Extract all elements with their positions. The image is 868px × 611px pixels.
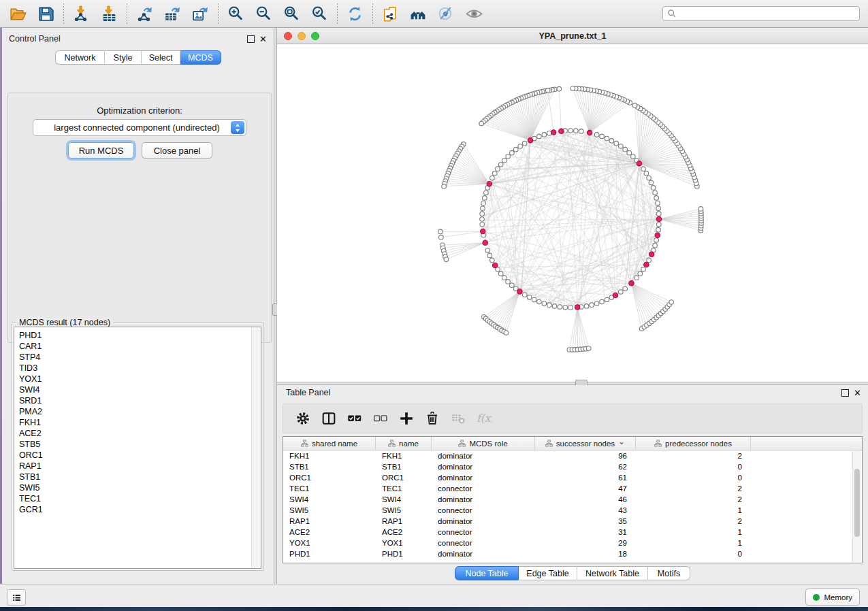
table-row[interactable]: TEC1TEC1connector472 xyxy=(283,483,862,494)
export-table-button[interactable] xyxy=(159,2,187,25)
node-table-scrollbar[interactable] xyxy=(852,451,861,562)
node-table-header: shared namenameMCDS rolesuccessor nodes⌄… xyxy=(283,437,862,450)
tab-network[interactable]: Network xyxy=(55,50,105,65)
zoom-in-button[interactable] xyxy=(222,2,250,25)
network-titlebar[interactable]: YPA_prune.txt_1 xyxy=(277,28,868,44)
export-network-icon xyxy=(135,5,154,23)
main-toolbar-icons xyxy=(4,2,488,25)
table-row[interactable]: YOX1YOX1connector291 xyxy=(283,538,862,548)
search-icon xyxy=(667,9,677,18)
table-row[interactable]: ORC1ORC1dominator610 xyxy=(283,472,862,483)
tab-select[interactable]: Select xyxy=(142,50,180,65)
save-session-button[interactable] xyxy=(32,2,60,25)
optimization-criterion-value: largest connected component (undirected) xyxy=(33,122,229,133)
memory-button[interactable]: Memory xyxy=(805,589,860,606)
share-document-icon xyxy=(381,5,400,23)
mcds-result-items: PHD1 CAR1 STP4 TID3 YOX1 SWI4 SRD1 PMA2 … xyxy=(19,330,43,515)
float-panel-icon[interactable] xyxy=(247,35,255,43)
memory-button-label: Memory xyxy=(824,593,852,601)
close-table-panel-icon[interactable]: ✕ xyxy=(854,390,861,396)
delete-columns-button[interactable] xyxy=(419,406,445,431)
export-network-button[interactable] xyxy=(131,2,159,25)
toolbar-separator xyxy=(63,3,64,24)
close-panel-icon[interactable]: ✕ xyxy=(259,36,267,42)
memory-status-icon xyxy=(813,594,820,601)
close-panel-button[interactable]: Close panel xyxy=(142,142,212,159)
delete-columns-icon xyxy=(424,410,440,427)
open-file-button[interactable] xyxy=(4,2,32,25)
select-all-button[interactable] xyxy=(342,406,368,431)
table-row[interactable]: ACE2ACE2connector311 xyxy=(283,527,862,538)
show-graphics-details-button[interactable] xyxy=(460,2,488,25)
import-table-button[interactable] xyxy=(95,2,123,25)
create-column-button[interactable] xyxy=(393,406,419,431)
tab-style[interactable]: Style xyxy=(105,50,142,65)
run-mcds-button[interactable]: Run MCDS xyxy=(68,142,134,159)
select-all-icon xyxy=(347,410,363,427)
column-header-name[interactable]: name xyxy=(376,437,432,450)
column-header-MCDS-role[interactable]: MCDS role xyxy=(432,437,535,450)
search-network-button[interactable] xyxy=(404,2,432,25)
export-image-button[interactable] xyxy=(187,2,214,25)
optimization-criterion-label: Optimization criterion: xyxy=(8,105,271,116)
column-header-shared-name[interactable]: shared name xyxy=(283,437,376,450)
network-canvas[interactable] xyxy=(277,44,868,382)
search-box[interactable] xyxy=(662,6,860,21)
mcds-result-group: MCDS result (17 nodes) PHD1 CAR1 STP4 TI… xyxy=(12,318,264,571)
column-header-predecessor-nodes[interactable]: predecessor nodes xyxy=(636,437,751,450)
table-row[interactable]: SWI5SWI5connector431 xyxy=(283,505,862,516)
tab-node-table[interactable]: Node Table xyxy=(455,566,519,580)
node-table[interactable]: shared namenameMCDS rolesuccessor nodes⌄… xyxy=(283,436,863,563)
column-header-successor-nodes[interactable]: successor nodes⌄ xyxy=(535,437,636,450)
delete-table-icon xyxy=(450,410,466,427)
attribute-icon xyxy=(388,440,396,447)
function-builder-icon: f(x) xyxy=(476,410,492,427)
zoom-selected-icon xyxy=(310,5,329,23)
tab-edge-table[interactable]: Edge Table xyxy=(519,566,577,580)
tab-network-table[interactable]: Network Table xyxy=(577,566,648,580)
task-history-button[interactable] xyxy=(7,589,26,606)
table-row[interactable]: PHD1PHD1dominator180 xyxy=(283,548,862,559)
attribute-icon xyxy=(654,440,662,447)
save-session-icon xyxy=(37,5,55,23)
tab-mcds[interactable]: MCDS xyxy=(180,50,221,65)
deselect-all-button[interactable] xyxy=(368,406,393,431)
refresh-view-button[interactable] xyxy=(341,2,369,25)
search-network-icon xyxy=(409,5,428,23)
table-row[interactable]: STB1STB1dominator620 xyxy=(283,461,862,472)
zoom-out-button[interactable] xyxy=(250,2,278,25)
desktop-wallpaper-bottom xyxy=(0,607,868,611)
tab-motifs[interactable]: Motifs xyxy=(648,566,690,580)
toolbar-separator xyxy=(127,3,127,24)
control-panel-title: Control Panel xyxy=(9,34,61,44)
split-panel-button[interactable] xyxy=(316,406,342,431)
mcds-tab-pane: Optimization criterion: largest connecte… xyxy=(7,93,272,343)
zoom-selected-button[interactable] xyxy=(306,2,334,25)
search-input[interactable] xyxy=(679,8,855,19)
table-row[interactable]: RAP1RAP1dominator352 xyxy=(283,516,862,527)
share-document-button[interactable] xyxy=(376,2,404,25)
zoom-fit-button[interactable] xyxy=(278,2,306,25)
list-icon xyxy=(12,593,22,603)
refresh-view-icon xyxy=(346,5,364,23)
import-network-button[interactable] xyxy=(67,2,95,25)
network-graph[interactable] xyxy=(277,44,868,382)
float-table-panel-icon[interactable] xyxy=(841,389,849,397)
create-column-icon xyxy=(398,410,415,427)
mcds-result-title: MCDS result (17 nodes) xyxy=(16,318,113,327)
mcds-result-list[interactable]: PHD1 CAR1 STP4 TID3 YOX1 SWI4 SRD1 PMA2 … xyxy=(14,327,261,569)
zoom-out-icon xyxy=(255,5,273,23)
table-toolbar: f(x) xyxy=(283,403,863,433)
node-table-scroll-thumb[interactable] xyxy=(854,469,860,537)
table-row[interactable]: SWI4SWI4dominator462 xyxy=(283,494,862,505)
table-settings-button[interactable] xyxy=(290,406,316,431)
hide-graphics-details-button[interactable] xyxy=(432,2,460,25)
mcds-result-scrollbar[interactable] xyxy=(251,327,261,568)
table-row[interactable]: FKH1FKH1dominator962 xyxy=(283,450,862,461)
optimization-criterion-select[interactable]: largest connected component (undirected) xyxy=(33,119,246,136)
import-network-icon xyxy=(72,5,91,23)
export-table-icon xyxy=(163,5,182,23)
attribute-icon xyxy=(458,440,466,447)
zoom-fit-icon xyxy=(283,5,301,23)
function-builder-button: f(x) xyxy=(471,406,497,431)
